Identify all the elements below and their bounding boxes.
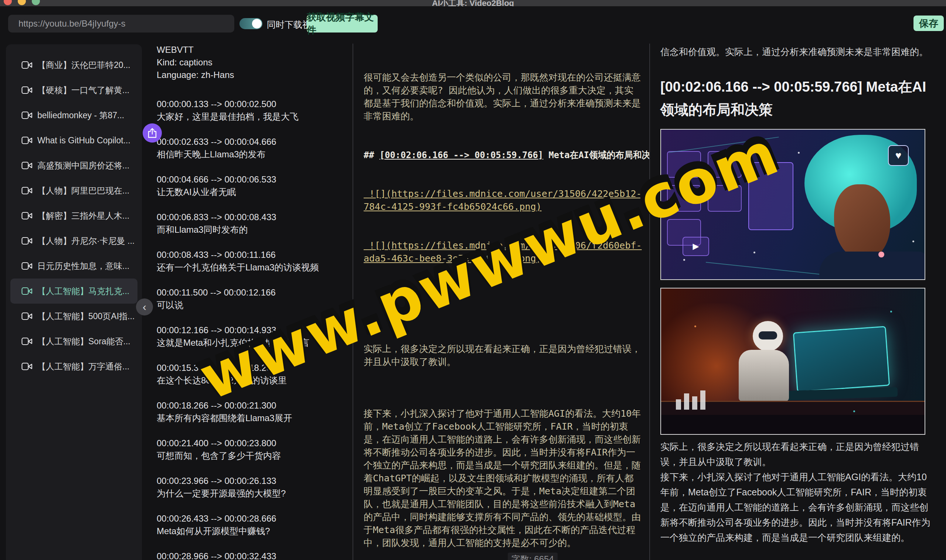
video-camera-icon	[22, 212, 32, 220]
video-camera-icon	[22, 86, 32, 94]
play-icon: ▶	[683, 237, 709, 256]
preview-intro-text: 信念和价值观。实际上，通过分析来准确预测未来是非常困难的。	[660, 44, 935, 59]
cue-timestamp: 00:00:23.966 --> 00:00:26.133	[157, 475, 351, 487]
sidebar-video-item[interactable]: 【人工智能】万字通俗...	[10, 354, 137, 379]
sidebar-video-item[interactable]: 【人工智能】Sora能否...	[10, 329, 137, 354]
video-url-input[interactable]: https://youtu.be/B4jIyufgy-s	[8, 15, 234, 32]
sidebar-video-label: 【人工智能】Sora能否...	[37, 336, 131, 347]
fetch-subtitles-button[interactable]: 获取视频字幕文件	[307, 15, 377, 32]
cue-text: 还有一个扎克伯格关于Llama3的访谈视频	[157, 261, 351, 274]
video-url-value: https://youtu.be/B4jIyufgy-s	[8, 15, 234, 32]
cue-timestamp: 00:00:26.433 --> 00:00:28.666	[157, 512, 351, 525]
subtitle-cue: 00:00:21.400 --> 00:00:23.800 可想而知，包含了多少…	[157, 437, 351, 462]
sidebar-video-label: 【人工智能】马克扎克...	[37, 286, 129, 297]
video-camera-icon	[22, 287, 32, 295]
video-camera-icon	[22, 362, 32, 371]
cue-text: 可以说	[157, 299, 351, 311]
app-window: AI小工具: Video2Blog https://youtu.be/B4jIy…	[0, 0, 946, 560]
cue-timestamp: 00:00:04.666 --> 00:00:06.533	[157, 173, 351, 186]
cue-timestamp: 00:00:06.833 --> 00:00:08.433	[157, 211, 351, 223]
vtt-kind-line: Kind: captions	[157, 56, 351, 69]
sidebar-video-item[interactable]: What is GitHub Copilot...	[10, 128, 137, 153]
titlebar: AI小工具: Video2Blog	[0, 0, 946, 7]
vtt-language-line: Language: zh-Hans	[157, 69, 351, 81]
sidebar-video-label: 【解密】三指外星人木...	[37, 210, 129, 222]
subtitle-cue: 00:00:15.333 --> 00:00:18.200 在这个长达80分钟2…	[157, 362, 351, 387]
subtitle-cue: 00:00:00.133 --> 00:00:02.500 大家好，这里是最佳拍…	[157, 98, 351, 123]
window-title: AI小工具: Video2Blog	[0, 0, 946, 7]
sidebar-video-label: 【人物】阿里巴巴现在...	[37, 185, 129, 197]
cue-timestamp: 00:00:00.133 --> 00:00:02.500	[157, 98, 351, 111]
markdown-image-link[interactable]: ![](https://files.mdnice.com/user/31506/…	[364, 239, 642, 265]
cue-timestamp: 00:00:12.166 --> 00:00:14.933	[157, 324, 351, 337]
cue-timestamp: 00:00:11.500 --> 00:00:12.166	[157, 286, 351, 299]
cue-timestamp: 00:00:02.633 --> 00:00:04.666	[157, 135, 351, 148]
sidebar-video-label: 【人工智能】500页AI指...	[37, 311, 134, 322]
sidebar-video-item[interactable]: 【人工智能】500页AI指...	[10, 304, 137, 329]
sidebar-video-item[interactable]: 【硬核】一口气了解黄...	[10, 78, 137, 103]
cue-timestamp: 00:00:08.433 --> 00:00:11.166	[157, 249, 351, 261]
sidebar-video-label: 【人工智能】万字通俗...	[37, 361, 129, 372]
subtitle-cue: 00:00:12.166 --> 00:00:14.933 这就是Meta和小扎…	[157, 324, 351, 349]
markdown-editor-pane[interactable]: 很可能又会去创造另一个类似的公司，那既然对现在的公司还挺满意的，又何必要卖呢? …	[353, 44, 649, 560]
video-camera-icon	[22, 312, 32, 320]
video-camera-icon	[22, 111, 32, 119]
sidebar-video-item[interactable]: 【人工智能】马克扎克...	[10, 278, 137, 304]
cue-timestamp: 00:00:18.266 --> 00:00:21.300	[157, 399, 351, 412]
preview-paragraph: 接下来，小扎深入探讨了他对于通用人工智能AGI的看法。大约10年前，Meta创立…	[660, 469, 935, 545]
cue-timestamp: 00:00:15.333 --> 00:00:18.200	[157, 362, 351, 374]
toggle-knob	[252, 19, 262, 28]
sidebar-video-item[interactable]: 【解密】三指外星人木...	[10, 203, 137, 228]
sidebar-video-label: What is GitHub Copilot...	[37, 135, 131, 146]
save-button[interactable]: 保存	[914, 15, 944, 31]
sidebar-video-item[interactable]: 日元历史性加息，意味...	[10, 254, 137, 278]
word-count-badge: 字数: 6654	[508, 552, 558, 560]
subtitle-cue: 00:00:04.666 --> 00:00:06.533 让无数AI从业者无眠	[157, 173, 351, 198]
subtitle-cue: 00:00:26.433 --> 00:00:28.666 Meta如何从开源模…	[157, 512, 351, 537]
heading-time-link[interactable]: [00:02:06.166 --> 00:05:59.766]	[379, 149, 543, 160]
heart-icon: ♥	[888, 145, 909, 166]
subtitle-cue: 00:00:08.433 --> 00:00:11.166 还有一个扎克伯格关于…	[157, 249, 351, 274]
vtt-header: WEBVTT Kind: captions Language: zh-Hans	[157, 44, 351, 81]
preview-section-heading: [00:02:06.166 --> 00:05:59.766] Meta在AI领…	[660, 75, 935, 121]
cue-timestamp: 00:00:21.400 --> 00:00:23.800	[157, 437, 351, 449]
sidebar-video-label: 【商业】沃伦巴菲特20...	[37, 60, 131, 71]
preview-paragraph: 实际上，很多决定之所以现在看起来正确，正是因为曾经犯过错误，并且从中汲取了教训。	[660, 439, 935, 469]
subtitle-cue: 00:00:02.633 --> 00:00:04.666 相信昨天晚上Llam…	[157, 135, 351, 161]
cue-timestamp: 00:00:28.966 --> 00:00:32.433	[157, 550, 351, 560]
subtitle-cue: 00:00:18.266 --> 00:00:21.300 基本所有内容都围绕着…	[157, 399, 351, 425]
subtitle-cue: 00:00:11.500 --> 00:00:12.166 可以说	[157, 286, 351, 311]
cue-text: 为什么一定要开源最强的大模型?	[157, 487, 351, 500]
vtt-format-line: WEBVTT	[157, 44, 351, 56]
cue-text: Meta如何从开源模型中赚钱?	[157, 525, 351, 537]
preview-illustration-woman: ▶ ♥	[660, 129, 925, 280]
video-camera-icon	[22, 337, 32, 345]
sidebar-video-label: belliedmonkey - 第87...	[37, 110, 124, 121]
sidebar-video-item[interactable]: 【人物】丹尼尔·卡尼曼 ...	[10, 228, 137, 254]
cue-text: 基本所有内容都围绕着Llama3展开	[157, 412, 351, 425]
markdown-image-link[interactable]: ![](https://files.mdnice.com/user/31506/…	[364, 187, 642, 213]
preview-pane[interactable]: 信念和价值观。实际上，通过分析来准确预测未来是非常困难的。 [00:02:06.…	[649, 44, 946, 560]
video-camera-icon	[22, 61, 32, 69]
share-upload-button[interactable]	[143, 123, 162, 143]
preview-illustration-robot	[660, 288, 925, 435]
video-camera-icon	[22, 186, 32, 195]
illustration-woman-art: ▶ ♥	[661, 130, 924, 279]
subtitle-editor-pane[interactable]: WEBVTT Kind: captions Language: zh-Hans …	[157, 44, 351, 560]
markdown-heading: ## [00:02:06.166 --> 00:05:59.766] Meta在…	[364, 149, 628, 162]
sidebar-video-item[interactable]: 高盛预测中国房价还将...	[10, 153, 137, 178]
subtitle-cue: 00:00:23.966 --> 00:00:26.133 为什么一定要开源最强…	[157, 475, 351, 500]
cue-text: 让无数AI从业者无眠	[157, 186, 351, 198]
sidebar-video-item[interactable]: 【商业】沃伦巴菲特20...	[10, 52, 137, 78]
cue-text: 而和Llama3同时发布的	[157, 223, 351, 236]
cue-text: 大家好，这里是最佳拍档，我是大飞	[157, 111, 351, 123]
subtitle-cue: 00:00:28.966 --> 00:00:32.433 本期视频就带大家一起…	[157, 550, 351, 560]
sidebar-video-item[interactable]: 【人物】阿里巴巴现在...	[10, 178, 137, 203]
download-video-toggle[interactable]	[239, 18, 262, 29]
cue-text: 这就是Meta和小扎克伯格全世界的宣言	[157, 337, 351, 349]
sidebar-video-item[interactable]: belliedmonkey - 第87...	[10, 103, 137, 128]
video-camera-icon	[22, 136, 32, 145]
cue-text: 可想而知，包含了多少干货内容	[157, 449, 351, 462]
share-upload-icon	[148, 128, 157, 138]
collapse-sidebar-button[interactable]: ‹	[136, 298, 153, 315]
